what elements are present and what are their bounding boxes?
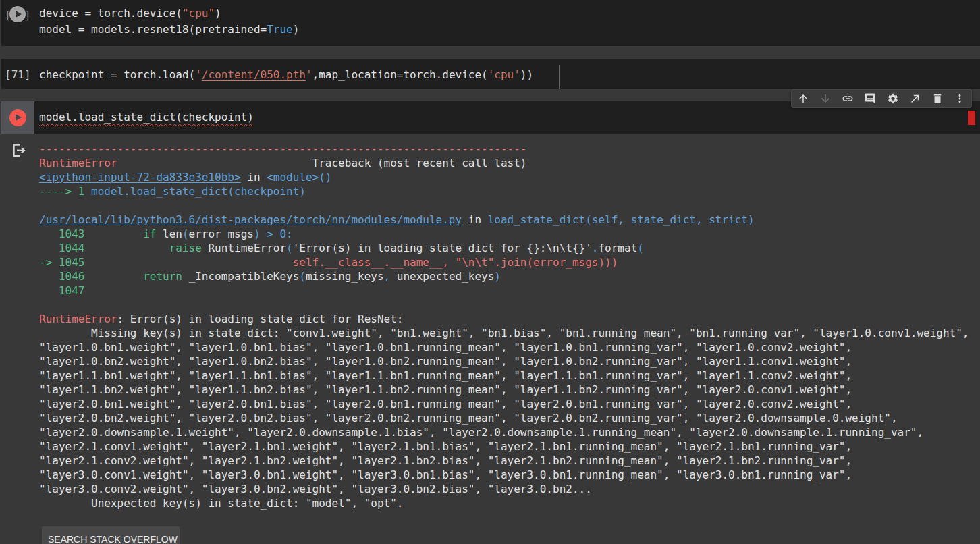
token-plain: in (241, 171, 267, 184)
traceback-input-link[interactable]: <ipython-input-72-da833e3e10bb> (39, 171, 241, 184)
output-line: RuntimeError: Error(s) in loading state_… (39, 312, 969, 326)
token-green: raise (169, 242, 202, 254)
token-plain: Unexpected key(s) in state_dict: "model"… (39, 497, 403, 510)
token-plain (84, 242, 169, 254)
token-green: 1043 (39, 227, 84, 240)
token-plain: "layer1.0.bn2.weight", "layer1.0.bn2.bia… (39, 355, 852, 368)
run-cell-button[interactable] (9, 109, 26, 126)
code-editor[interactable]: model.load_state_dict(checkpoint) (39, 109, 254, 126)
token-red: ----------------------------------------… (39, 142, 526, 155)
token-plain: checkpoint = torch.load( (39, 68, 195, 81)
copy-link-to-cell-button[interactable] (837, 90, 859, 107)
token-string: ' (195, 68, 202, 81)
arrow-down-icon (819, 92, 832, 105)
token-red: RuntimeError (39, 312, 117, 325)
link-icon (842, 92, 854, 105)
token-plain: "layer1.1.bn2.weight", "layer1.1.bn2.bia… (39, 383, 852, 396)
output-line: /usr/local/lib/python3.6/dist-packages/t… (39, 213, 969, 227)
token-string: "cpu" (182, 7, 215, 20)
token-string: ' (306, 68, 312, 81)
more-vert-icon (954, 92, 966, 105)
output-line: 1046 return _IncompatibleKeys(missing_ke… (39, 269, 969, 283)
token-plain: "layer2.0.downsample.1.weight", "layer2.… (39, 426, 923, 439)
output-line: <ipython-input-72-da833e3e10bb> in <modu… (39, 170, 969, 184)
code-cell-1: [ ] device = torch.device("cpu")model = … (1, 0, 980, 46)
token-blue: ) (254, 227, 261, 240)
output-line: "layer1.0.bn1.weight", "layer1.0.bn1.bia… (39, 340, 969, 354)
output-line: "layer3.0.conv2.weight", "layer3.0.bn2.w… (39, 482, 969, 496)
code-line: checkpoint = torch.load('/content/050.pt… (39, 67, 533, 83)
code-line: device = torch.device("cpu") (39, 5, 299, 22)
token-plain: RuntimeError (202, 242, 286, 254)
token-blue: ( (286, 242, 293, 254)
token-blue: 0: (279, 227, 292, 240)
token-red: RuntimeError (39, 157, 117, 169)
token-green: 1046 (39, 270, 84, 283)
token-plain: model = models.resnet18(pretrained= (39, 23, 267, 36)
token-blue: ( (182, 227, 189, 240)
token-green: ----> 1 (39, 185, 84, 198)
token-plain: in (462, 213, 488, 226)
token-error-squiggle: model.load_state_dict(checkpoint) (39, 111, 254, 124)
token-plain: missing_keys (306, 270, 384, 283)
output-line: "layer2.1.conv2.weight", "layer2.1.bn2.w… (39, 454, 969, 468)
run-cell-button[interactable] (9, 6, 26, 22)
token-plain: "layer3.0.conv2.weight", "layer3.0.bn2.w… (39, 483, 592, 495)
code-line: model = models.resnet18(pretrained=True) (39, 22, 299, 38)
token-plain (84, 270, 143, 283)
token-red: self.__class__.__name__, "\n\t".join(err… (84, 256, 618, 269)
colab-notebook: { "theme": { "page_bg": "#383838", "cell… (0, 0, 980, 544)
token-keyword: True (267, 23, 293, 36)
output-line: "layer3.0.conv1.weight", "layer3.0.bn1.w… (39, 468, 969, 482)
output-line: "layer2.0.downsample.1.weight", "layer2.… (39, 425, 969, 439)
arrow-up-icon (797, 92, 809, 105)
token-plain: "layer2.1.conv1.weight", "layer2.1.bn1.w… (39, 440, 852, 453)
output-line: "layer2.0.bn2.weight", "layer2.0.bn2.bia… (39, 411, 969, 425)
play-icon (16, 11, 22, 18)
token-string: 'cpu' (488, 68, 520, 81)
code-line: model.load_state_dict(checkpoint) (39, 109, 254, 126)
token-plain: Traceback (most recent call last) (117, 157, 527, 169)
output-line: "layer2.1.conv1.weight", "layer2.1.bn1.w… (39, 439, 969, 454)
traceback-file-link[interactable]: /usr/local/lib/python3.6/dist-packages/t… (39, 213, 462, 226)
token-plain: )) (520, 68, 533, 81)
comment-icon (864, 92, 876, 105)
move-cell-down-button[interactable] (814, 90, 836, 107)
code-editor[interactable]: checkpoint = torch.load('/content/050.pt… (39, 67, 533, 83)
token-plain: Missing key(s) in state_dict: "conv1.wei… (39, 327, 969, 339)
output-line: Unexpected key(s) in state_dict: "model"… (39, 496, 969, 510)
output-line: "layer1.1.bn2.weight", "layer1.1.bn2.bia… (39, 383, 969, 397)
token-plain: format (598, 242, 637, 254)
output-line: ----> 1 model.load_state_dict(checkpoint… (39, 184, 969, 198)
file-path-link[interactable]: /content/050.pth (202, 68, 306, 81)
token-blue: , (384, 270, 391, 283)
gear-icon (887, 92, 899, 105)
token-blue: ( (299, 270, 306, 283)
token-green: 1047 (39, 284, 84, 297)
editor-settings-button[interactable] (881, 90, 904, 107)
search-stack-overflow-button[interactable]: SEARCH STACK OVERFLOW (42, 526, 180, 544)
error-ruler-mark (968, 111, 975, 125)
token-plain (84, 227, 143, 240)
token-plain: unexpected_keys (390, 270, 494, 283)
token-plain: len (156, 227, 182, 240)
editor-cursor (559, 65, 560, 89)
token-green: -> 1045 (39, 256, 84, 269)
token-plain: error_msgs (189, 227, 254, 240)
output-line: 1044 raise RuntimeError('Error(s) in loa… (39, 241, 969, 255)
code-editor[interactable]: device = torch.device("cpu")model = mode… (39, 5, 299, 38)
execution-count[interactable]: [71] (5, 67, 31, 83)
mirror-cell-in-tab-button[interactable] (904, 90, 926, 107)
token-plain: device = torch.device( (39, 7, 182, 20)
move-cell-up-button[interactable] (792, 90, 814, 107)
output-line: 1047 (39, 283, 969, 298)
more-cell-actions-button[interactable] (949, 90, 971, 107)
token-plain: "layer3.0.conv1.weight", "layer3.0.bn1.w… (39, 468, 852, 481)
token-blue: ) (494, 270, 501, 283)
code-cell-2: [71] checkpoint = torch.load('/content/0… (1, 59, 980, 89)
token-plain: "layer2.1.conv2.weight", "layer2.1.bn2.w… (39, 454, 852, 467)
add-comment-button[interactable] (859, 90, 881, 107)
token-green: 1044 (39, 242, 84, 254)
output-line (39, 298, 969, 312)
delete-cell-button[interactable] (927, 90, 949, 107)
